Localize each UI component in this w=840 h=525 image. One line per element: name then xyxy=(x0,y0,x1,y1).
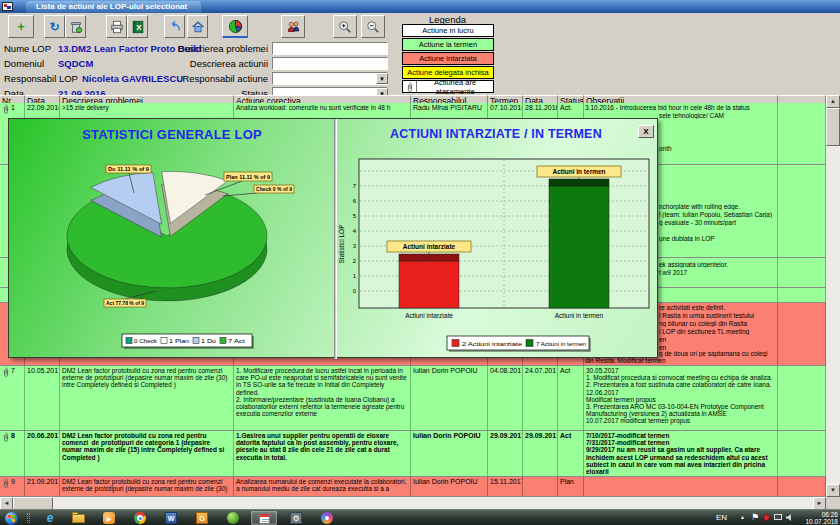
svg-text:Actiuni intarziate: Actiuni intarziate xyxy=(405,312,453,319)
taskbar-outlook[interactable]: O xyxy=(190,511,214,525)
taskbar-grip xyxy=(27,513,30,523)
cell-fin xyxy=(523,477,558,496)
start-button[interactable] xyxy=(2,511,20,525)
pie-chart-icon xyxy=(228,19,243,34)
cell-desc: DM2 Lean factor protobuild cu zona red p… xyxy=(60,477,234,496)
taskbar-chrome[interactable] xyxy=(128,511,152,525)
cell-termen: 04.08.2017 xyxy=(488,366,523,430)
scroll-up-icon[interactable]: ▲ xyxy=(826,95,840,108)
legend-item-5: Actiunea are atasamente xyxy=(402,80,494,93)
cell-status: Act xyxy=(558,366,584,430)
svg-text:5: 5 xyxy=(353,213,357,219)
svg-text:6: 6 xyxy=(353,198,357,204)
cell-termen: 29.09.2017 xyxy=(488,431,523,476)
language-indicator[interactable]: EN xyxy=(716,513,727,522)
play-icon: ▶ xyxy=(103,512,115,524)
export-excel-button[interactable]: X xyxy=(127,15,148,38)
back-arrow-icon xyxy=(168,20,182,34)
scroll-down-icon[interactable]: ▼ xyxy=(826,484,840,497)
svg-text:2: 2 xyxy=(353,258,357,264)
taskbar-file-explorer[interactable] xyxy=(66,511,90,525)
cell-resp: Iulian Dorin POPOIU xyxy=(411,366,488,430)
svg-text:7: 7 xyxy=(353,183,357,189)
svg-text:Do 11.11 % of 9: Do 11.11 % of 9 xyxy=(108,166,150,172)
title-bar: Lista de actiuni ale LOP-ului selectiona… xyxy=(0,0,840,13)
statistics-pie-button[interactable] xyxy=(222,15,248,38)
descrierea-actiunii-label: Descrierea actiunii xyxy=(150,58,268,69)
cell-nr: 8 xyxy=(0,431,25,476)
svg-text:1: 1 xyxy=(353,273,357,279)
taskbar-calendar-app[interactable] xyxy=(251,511,277,525)
svg-text:1 Do: 1 Do xyxy=(201,338,217,344)
legend-item-label: Actiunea are atasamente xyxy=(417,78,493,96)
legend-item-3: Actiune intarziata xyxy=(402,52,494,65)
svg-text:0 Check: 0 Check xyxy=(134,338,158,344)
cell-resp: Iulian Dorin POPOIU xyxy=(411,477,488,496)
legend-item-1: Actiune in lucru xyxy=(402,24,494,37)
cell-desc: DM2 Lean factor protobuild cu zona red p… xyxy=(60,366,234,430)
zoom-in-button[interactable] xyxy=(333,15,357,38)
cell-fin: 29.09.2017 xyxy=(523,431,558,476)
svg-text:7 Act: 7 Act xyxy=(228,338,245,344)
cell-act: 1. Modificare procedura de lucru astfel … xyxy=(234,366,411,430)
table-row[interactable]: 820.06.2017DM2 Lean factor protobuild cu… xyxy=(0,431,826,477)
print-button[interactable] xyxy=(106,15,127,38)
chevron-down-icon[interactable]: ▼ xyxy=(376,73,388,84)
application-window: Lista de actiuni ale LOP-ului selectiona… xyxy=(0,0,840,525)
svg-text:Actiuni intarziate: Actiuni intarziate xyxy=(403,243,456,250)
nume-lop-label: Nume LOP xyxy=(4,43,51,54)
close-button[interactable]: X xyxy=(638,125,654,138)
cell-fin: 24.07.2017 xyxy=(523,366,558,430)
table-row[interactable]: 710.05.2017DM2 Lean factor protobuild cu… xyxy=(0,366,826,431)
home-icon xyxy=(191,20,205,34)
clock-time: 06:26 xyxy=(794,511,838,518)
cell-data: 10.05.2017 xyxy=(25,366,60,430)
cell-extra xyxy=(778,165,826,257)
refresh-button[interactable]: ↻ xyxy=(44,15,65,38)
legend-item-2: Actiune la termen xyxy=(402,38,494,51)
zoom-in-icon xyxy=(338,20,352,34)
vertical-scrollbar[interactable] xyxy=(826,95,840,497)
zoom-out-button[interactable] xyxy=(361,15,385,38)
table-row[interactable]: 921.09.2017DM2 Lean factor protobuild cu… xyxy=(0,477,826,497)
taskbar-system-tools[interactable]: ⚙ xyxy=(284,511,308,525)
cell-act: 1.Gasirea unui supplier pentru operatii … xyxy=(234,431,411,476)
svg-text:Statistici LOP: Statistici LOP xyxy=(338,224,345,263)
taskbar-internet-explorer[interactable]: e xyxy=(38,511,62,525)
calendar-icon xyxy=(259,513,270,524)
taskbar-word[interactable]: W xyxy=(159,511,183,525)
window-title: Lista de actiuni ale LOP-ului selectiona… xyxy=(26,1,201,13)
users-button[interactable] xyxy=(281,15,305,38)
legend-item-label: Actiune in lucru xyxy=(403,26,493,35)
svg-text:2 Actiuni intarziate: 2 Actiuni intarziate xyxy=(462,341,523,347)
descrierea-problemei-input[interactable] xyxy=(272,42,388,55)
taskbar-design-tool[interactable] xyxy=(315,511,339,525)
speaker-icon[interactable] xyxy=(786,514,793,521)
svg-text:Actiuni in termen: Actiuni in termen xyxy=(555,312,604,319)
back-button[interactable] xyxy=(164,15,185,38)
descrierea-actiunii-input[interactable] xyxy=(272,57,388,70)
cell-status: Act xyxy=(558,431,584,476)
svg-text:0: 0 xyxy=(353,288,357,294)
network-icon[interactable] xyxy=(774,514,782,520)
add-button[interactable]: + xyxy=(8,15,34,38)
vertical-scroll-thumb[interactable] xyxy=(826,108,840,146)
plus-icon: + xyxy=(17,22,25,32)
svg-text:Actiuni in termen: Actiuni in termen xyxy=(552,168,605,175)
flag-icon[interactable]: ⚑ xyxy=(751,512,759,522)
legend-item-label: Actiune la termen xyxy=(403,40,493,49)
pie-chart-title: STATISTICI GENERALE LOP xyxy=(9,127,335,145)
tray-expand-icon[interactable]: ▲ xyxy=(740,514,745,520)
alert-icon[interactable] xyxy=(763,514,770,521)
paperclip-icon xyxy=(403,81,417,92)
taskbar-media-player[interactable]: ▶ xyxy=(97,511,121,525)
home-button[interactable] xyxy=(187,15,208,38)
windows-start-icon xyxy=(5,512,18,525)
responsabil-lop-label: Responsabil LOP xyxy=(4,73,78,84)
clock[interactable]: 06:26 10.07.2018 xyxy=(794,511,838,525)
chrome-icon xyxy=(134,512,146,524)
taskbar-java[interactable] xyxy=(221,511,245,525)
responsabil-actiune-select[interactable] xyxy=(272,72,388,85)
svg-text:4: 4 xyxy=(353,228,357,234)
delete-button[interactable] xyxy=(65,15,86,38)
